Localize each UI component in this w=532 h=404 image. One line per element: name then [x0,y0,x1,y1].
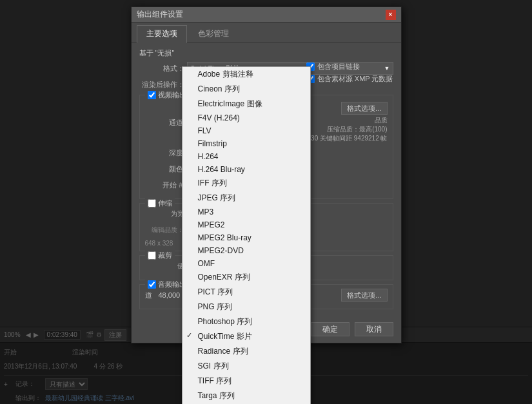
format-options-button[interactable]: 格式选项... [341,102,387,115]
video-output-checkbox[interactable] [148,91,156,99]
include-xmp-label: 包含素材源 XMP 元数据 [317,74,393,84]
cancel-button[interactable]: 取消 [355,322,393,336]
include-xmp-row: 包含素材源 XMP 元数据 [306,74,393,84]
confirm-button[interactable]: 确定 [311,322,350,336]
stretch-title: 伸缩 [145,198,175,208]
include-project-row: 包含项目链接 [306,62,393,72]
dropdown-item[interactable]: MPEG2-DVD [182,244,310,257]
dialog-body: 基于 "无损" 格式： QuickTime 影片 ▼ 包含项目链接 [132,43,401,318]
audio-output-label-2: 道 [145,291,152,300]
export-settings-dialog: 输出组件设置 × 主要选项 色彩管理 基于 "无损" 格式： QuickTime… [131,6,402,343]
dropdown-item[interactable]: IFF 序列 [182,176,310,191]
dropdown-item[interactable]: PNG 序列 [182,300,310,314]
dialog-title: 输出组件设置 [137,9,183,20]
audio-output-checkbox[interactable] [148,280,156,289]
crop-checkbox[interactable] [148,251,156,260]
format-options-area: 格式选项... 品质压缩品质：最高(100)30 关键帧间距 9429212 帧 [311,102,387,143]
section-label: 基于 "无损" [139,48,393,58]
dropdown-item[interactable]: MPEG2 Blu-ray [182,231,310,244]
dropdown-item[interactable]: OMF [182,257,310,270]
format-label: 格式： [139,64,184,73]
dropdown-item[interactable]: ElectricImage 图像 [182,97,310,111]
dropdown-item[interactable]: QuickTime 影片 [182,329,310,344]
dropdown-item[interactable]: TIFF 序列 [182,374,310,389]
tab-main[interactable]: 主要选项 [137,25,187,43]
audio-format-options-button[interactable]: 格式选项... [341,289,387,302]
format-dropdown-menu: Adobe 剪辑注释Cineon 序列ElectricImage 图像F4V (… [182,66,311,404]
dropdown-item[interactable]: PICT 序列 [182,285,310,300]
close-button[interactable]: × [386,10,396,20]
dropdown-item[interactable]: FLV [182,124,310,137]
stretch-label: 伸缩 [158,198,172,208]
dropdown-item[interactable]: MPEG2 [182,218,310,231]
dropdown-item[interactable]: Targa 序列 [182,389,310,403]
right-checkboxes: 包含项目链接 包含素材源 XMP 元数据 [306,62,393,84]
dropdown-item[interactable]: Adobe 剪辑注释 [182,67,310,82]
include-project-label: 包含项目链接 [317,62,360,72]
dialog-titlebar: 输出组件设置 × [132,7,401,23]
dropdown-item[interactable]: H.264 [182,150,310,163]
dropdown-item[interactable]: OpenEXR 序列 [182,270,310,285]
crop-title: 裁剪 [145,251,175,260]
stretch-checkbox[interactable] [148,199,156,207]
modal-overlay: 输出组件设置 × 主要选项 色彩管理 基于 "无损" 格式： QuickTime… [0,0,532,404]
dropdown-item[interactable]: Filmstrip [182,137,310,150]
dropdown-item[interactable]: Photoshop 序列 [182,314,310,329]
dropdown-item[interactable]: Radiance 序列 [182,344,310,359]
dropdown-item[interactable]: Cineon 序列 [182,82,310,97]
dropdown-item[interactable]: MP3 [182,206,310,218]
dialog-tabs: 主要选项 色彩管理 [132,23,401,43]
quality-info: 品质压缩品质：最高(100)30 关键帧间距 9429212 帧 [311,116,387,143]
dropdown-item[interactable]: SGI 序列 [182,359,310,374]
tab-color[interactable]: 色彩管理 [188,25,239,43]
render-label: 渲染后操作： [139,80,184,90]
dropdown-item[interactable]: F4V (H.264) [182,111,310,124]
crop-label: 裁剪 [158,251,172,260]
dropdown-item[interactable]: H.264 Blu-ray [182,163,310,176]
dropdown-item[interactable]: JPEG 序列 [182,191,310,206]
